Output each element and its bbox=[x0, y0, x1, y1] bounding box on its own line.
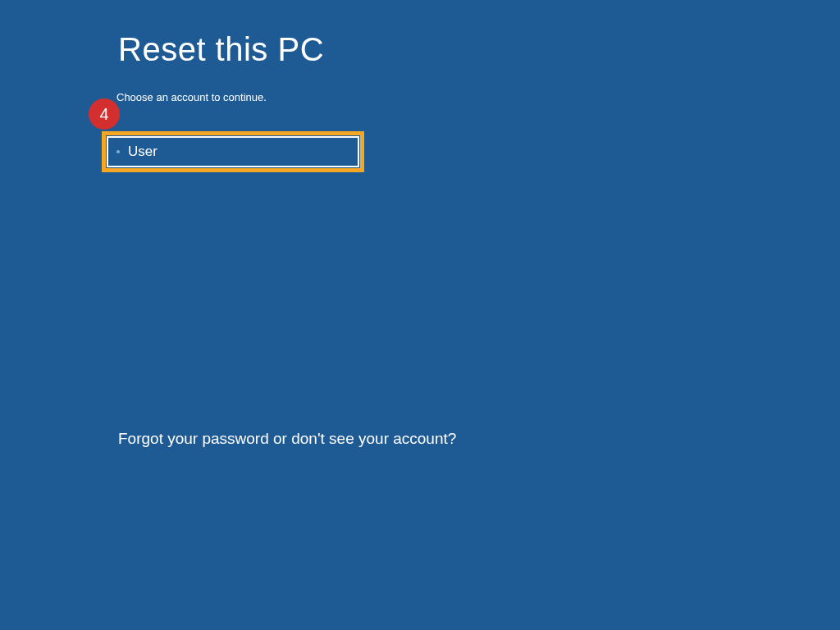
page-title: Reset this PC bbox=[118, 31, 840, 68]
bullet-icon bbox=[116, 150, 120, 153]
step-badge: 4 bbox=[89, 98, 120, 130]
step-number: 4 bbox=[99, 105, 108, 124]
page-subtitle: Choose an account to continue. bbox=[116, 91, 840, 103]
account-item-user[interactable]: User bbox=[107, 136, 359, 167]
account-list: User bbox=[107, 136, 840, 167]
forgot-password-link[interactable]: Forgot your password or don't see your a… bbox=[118, 430, 456, 448]
account-label: User bbox=[128, 144, 158, 160]
